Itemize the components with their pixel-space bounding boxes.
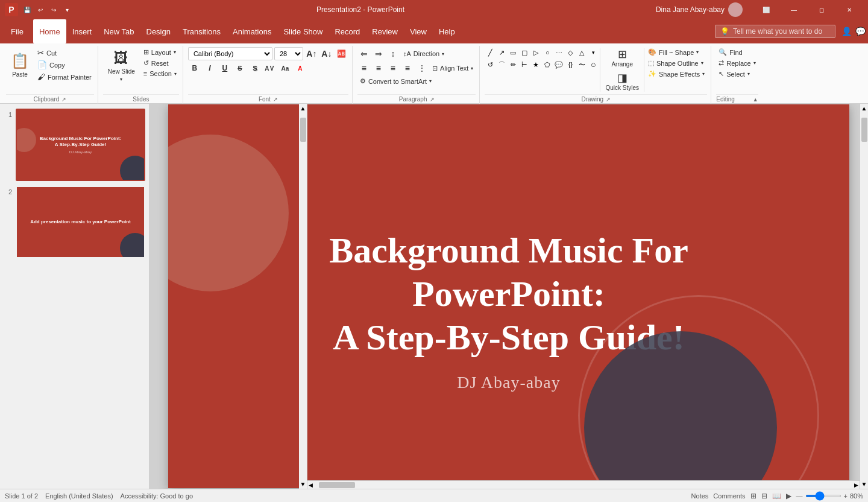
align-center-button[interactable]: ≡ <box>372 62 385 75</box>
save-icon[interactable]: 💾 <box>22 4 33 15</box>
more-shapes-icon[interactable]: ⋯ <box>553 47 564 58</box>
rect-shape-icon[interactable]: ▭ <box>508 47 518 58</box>
shapes-dropdown-icon[interactable]: ▾ <box>588 47 599 58</box>
select-button[interactable]: ↖ Select ▾ <box>716 69 758 79</box>
menu-new-tab[interactable]: New Tab <box>98 19 140 43</box>
convert-smartart-button[interactable]: ⚙ Convert to SmartArt ▾ <box>357 76 434 86</box>
canvas-area[interactable]: ▲ ▼ Background Music For PowerPoint:A St… <box>149 104 868 489</box>
curved-arrow-icon[interactable]: ↺ <box>485 59 495 70</box>
rounded-rect-icon[interactable]: ▢ <box>519 47 530 58</box>
columns-button[interactable]: ⋮ <box>415 62 429 75</box>
quick-styles-button[interactable]: ◨ Quick Styles <box>602 71 643 93</box>
scroll-right-icon[interactable]: ▶ <box>854 482 858 488</box>
change-case-button[interactable]: Aa <box>278 62 292 75</box>
zoom-slider[interactable]: —+ 80% <box>796 492 863 500</box>
slide-thumb-1[interactable]: 1 Background Music For PowerPoint:A Step… <box>4 109 145 181</box>
section-button[interactable]: ≡ Section ▾ <box>141 69 179 78</box>
copy-button[interactable]: 📄 Copy <box>35 59 94 71</box>
format-painter-button[interactable]: 🖌 Format Painter <box>35 71 94 83</box>
ribbon-display-icon[interactable]: ⬜ <box>752 0 780 19</box>
maximize-icon[interactable]: ◻ <box>808 0 835 19</box>
clipboard-expand-icon[interactable]: ↗ <box>61 97 66 103</box>
bold-button[interactable]: B <box>188 62 201 75</box>
menu-design[interactable]: Design <box>140 19 177 43</box>
shape-effects-button[interactable]: ✨ Shape Effects ▾ <box>646 69 707 79</box>
zoom-range-input[interactable] <box>805 495 841 497</box>
decrease-indent-button[interactable]: ⇐ <box>357 47 371 60</box>
direction-button[interactable]: ↕A Direction ▾ <box>401 49 447 59</box>
drawing-expand-icon[interactable]: ↗ <box>606 97 611 103</box>
align-left-button[interactable]: ≡ <box>357 62 371 75</box>
menu-review[interactable]: Review <box>366 19 404 43</box>
share-icon[interactable]: 👤 <box>841 27 852 36</box>
star-icon[interactable]: ★ <box>530 59 541 70</box>
brace-icon[interactable]: {} <box>565 59 576 70</box>
menu-record[interactable]: Record <box>329 19 366 43</box>
minimize-icon[interactable]: — <box>780 0 808 19</box>
slide-sorter-icon[interactable]: ⊟ <box>761 492 767 500</box>
redo-icon[interactable]: ↪ <box>48 4 59 15</box>
font-color-button[interactable]: A <box>294 62 307 75</box>
character-spacing-button[interactable]: AV <box>263 62 277 75</box>
align-right-button[interactable]: ≡ <box>386 62 400 75</box>
line-spacing-button[interactable]: ↕ <box>386 47 400 60</box>
smiley-icon[interactable]: ☺ <box>588 59 599 70</box>
pentagon-icon[interactable]: ⬠ <box>542 59 553 70</box>
align-text-button[interactable]: ⊡ Align Text ▾ <box>430 63 476 74</box>
paragraph-expand-icon[interactable]: ↗ <box>430 97 435 103</box>
undo-icon[interactable]: ↩ <box>35 4 46 15</box>
normal-view-icon[interactable]: ⊞ <box>750 492 756 500</box>
line-shape-icon[interactable]: ╱ <box>485 47 495 58</box>
menu-animations[interactable]: Animations <box>227 19 277 43</box>
slideshow-icon[interactable]: ▶ <box>786 492 791 500</box>
comments-icon[interactable]: 💬 <box>855 27 866 36</box>
decrease-font-size-button[interactable]: A↓ <box>320 47 333 60</box>
increase-font-size-button[interactable]: A↑ <box>305 47 318 60</box>
italic-button[interactable]: I <box>203 62 216 75</box>
menu-view[interactable]: View <box>404 19 433 43</box>
reset-button[interactable]: ↺ Reset <box>141 58 179 68</box>
slide-author[interactable]: DJ Abay-abay <box>457 373 560 392</box>
shape-fill-button[interactable]: 🎨 Fill ~ Shape ▾ <box>646 47 707 57</box>
menu-slideshow[interactable]: Slide Show <box>277 19 329 43</box>
customize-qa-icon[interactable]: ▾ <box>61 4 72 15</box>
arrow-icon[interactable]: ↗ <box>496 47 507 58</box>
scroll-right-up-icon[interactable]: ▲ <box>861 105 867 112</box>
diamond-icon[interactable]: ◇ <box>565 47 576 58</box>
callout-icon[interactable]: 💬 <box>553 59 564 70</box>
slide-image-1[interactable]: Background Music For PowerPoint:A Step-B… <box>16 109 145 181</box>
find-button[interactable]: 🔍 Find <box>716 47 758 57</box>
freeform-icon[interactable]: ✏ <box>508 59 518 70</box>
horizontal-scrollbar[interactable]: ◀ ▶ <box>307 480 860 489</box>
menu-insert[interactable]: Insert <box>66 19 98 43</box>
snip-rect-icon[interactable]: ▷ <box>530 47 541 58</box>
shape-outline-button[interactable]: ⬚ Shape Outline ▾ <box>646 58 707 68</box>
vertical-scrollbar-right[interactable]: ▲ ▼ <box>860 104 868 489</box>
slide-image-2[interactable]: Add presentation music to your PowerPoin… <box>16 186 145 258</box>
new-slide-button[interactable]: 🖼 New Slide ▾ <box>103 47 140 84</box>
connector-icon[interactable]: ⊢ <box>519 59 530 70</box>
comments-button[interactable]: Comments <box>713 492 745 500</box>
wave-icon[interactable]: 〜 <box>576 59 587 70</box>
font-size-select[interactable]: 28 <box>274 47 303 60</box>
underline-button[interactable]: U <box>218 62 231 75</box>
notes-button[interactable]: Notes <box>691 492 709 500</box>
scroll-up-icon[interactable]: ▲ <box>300 105 306 112</box>
ribbon-collapse-icon[interactable]: ▲ <box>753 97 758 103</box>
menu-file[interactable]: File <box>2 19 32 43</box>
menu-home[interactable]: Home <box>33 19 66 43</box>
arrange-button[interactable]: ⊞ Arrange <box>602 47 643 69</box>
layout-button[interactable]: ⊞ Layout ▾ <box>141 47 179 57</box>
menu-help[interactable]: Help <box>433 19 461 43</box>
scroll-right-down-icon[interactable]: ▼ <box>861 481 867 488</box>
scroll-left-icon[interactable]: ◀ <box>309 482 313 488</box>
vertical-scrollbar-left[interactable]: ▲ ▼ <box>299 104 307 489</box>
new-slide-dropdown-icon[interactable]: ▾ <box>120 77 122 82</box>
font-expand-icon[interactable]: ↗ <box>273 97 278 103</box>
justify-button[interactable]: ≡ <box>401 62 414 75</box>
strikethrough-button[interactable]: S <box>233 62 247 75</box>
paste-button[interactable]: 📋 Paste <box>6 47 34 83</box>
reading-view-icon[interactable]: 📖 <box>772 492 781 500</box>
cut-button[interactable]: ✂ Cut <box>35 47 94 59</box>
scroll-down-icon[interactable]: ▼ <box>300 481 306 488</box>
